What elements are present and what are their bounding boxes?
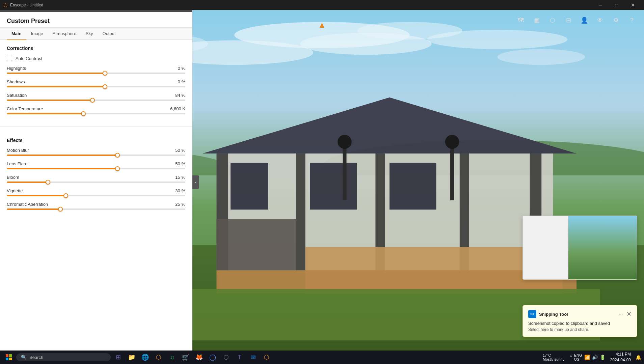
taskbar-app-edge[interactable]: 🌐 [139,351,151,363]
shadows-value: 0 % [178,79,185,84]
system-tray: ^ ENG US 📶 🔊 🔋 [570,353,605,361]
svg-rect-19 [390,163,436,210]
svg-rect-12 [296,153,305,270]
lens-flare-fill [7,168,117,169]
motion-blur-fill [7,155,117,156]
close-button[interactable]: ✕ [625,0,641,10]
taskbar-app-teams[interactable]: ⊞ [112,351,124,363]
highlights-slider-row: Highlights 0 % [7,66,185,74]
taskbar-app-files[interactable]: 📁 [126,351,138,363]
svg-rect-31 [9,354,12,357]
snipping-preview-content [523,216,637,279]
tab-output[interactable]: Output [98,28,120,40]
taskbar-app-app2[interactable]: ⬡ [261,351,273,363]
snipping-tool-icon: ✂ [528,310,536,318]
chromatic-thumb[interactable] [58,207,63,212]
weather-desc: Mostly sunny [543,357,564,361]
svg-point-4 [427,30,568,49]
panel-collapse-handle[interactable]: ‹ [192,175,199,189]
chromatic-label: Chromatic Aberration [7,202,48,207]
weather-widget[interactable]: 17°C Mostly sunny [540,353,567,361]
svg-rect-33 [9,358,12,360]
panel-content: Custom Preset Main Image Atmosphere Sky … [0,12,192,351]
color-temp-label: Color Temperature [7,106,43,111]
shadows-thumb[interactable] [103,84,107,89]
snipping-tool-notification: ✂ Snipping Tool ··· ✕ Screenshot copied … [522,305,637,337]
taskbar-app-outlook[interactable]: ✉ [247,351,259,363]
chromatic-value: 25 % [175,202,185,207]
taskbar-app-app1[interactable]: ⬡ [153,351,165,363]
motion-blur-thumb[interactable] [115,153,120,158]
preset-title: Custom Preset [7,18,185,25]
wifi-icon[interactable]: 📶 [584,355,590,360]
taskbar-app-store[interactable]: 🛒 [180,351,192,363]
svg-rect-18 [310,163,357,210]
vignette-thumb[interactable] [63,193,68,198]
vignette-track [7,195,185,196]
bloom-slider-row: Bloom 15 % [7,175,185,183]
volume-icon[interactable]: 🔊 [592,355,598,360]
saturation-thumb[interactable] [90,98,95,103]
svg-rect-22 [343,144,346,200]
tab-bar: Main Image Atmosphere Sky Output [0,28,192,40]
bloom-value: 15 % [175,175,185,180]
color-temp-thumb[interactable] [81,111,86,116]
notification-more-button[interactable]: ··· [619,311,623,317]
tab-image[interactable]: Image [26,28,48,40]
tray-expand-icon[interactable]: ^ [570,355,572,360]
taskbar-app-firefox[interactable]: 🦊 [193,351,205,363]
saturation-value: 84 % [175,93,185,98]
search-icon: 🔍 [21,355,27,360]
snipping-preview-thumbnail [522,216,637,280]
lang-label: ENG [574,353,582,357]
taskbar-app-spotify[interactable]: ♫ [166,351,178,363]
auto-contrast-label[interactable]: Auto Contrast [16,56,43,61]
bloom-track [7,181,185,183]
taskbar-search-bar[interactable]: 🔍 Search [16,353,111,361]
lens-flare-label: Lens Flare [7,161,27,166]
auto-contrast-row: Auto Contrast [7,56,185,61]
notification-sub-message[interactable]: Select here to mark up and share. [528,327,632,332]
notification-bell-icon[interactable]: 🔔 [636,355,641,360]
person-icon[interactable]: 👤 [579,15,590,26]
layers-icon[interactable]: ⊟ [563,15,574,26]
effects-section: Effects Motion Blur 50 % Lens Flare 50 % [0,132,192,221]
help-icon[interactable]: ? [626,15,637,26]
eye-icon[interactable]: 👁 [595,15,606,26]
tab-atmosphere[interactable]: Atmosphere [48,28,81,40]
motion-blur-slider-row: Motion Blur 50 % [7,148,185,156]
table-icon[interactable]: ▦ [531,15,542,26]
taskbar-right-area: 17°C Mostly sunny ^ ENG US 📶 🔊 🔋 4:11 PM… [540,352,641,363]
taskbar-app-ms-teams[interactable]: T [234,351,246,363]
saturation-label: Saturation [7,93,27,98]
system-clock[interactable]: 4:11 PM 2024-04-09 [608,352,633,363]
region-label: US [574,357,579,361]
bloom-thumb[interactable] [46,180,50,185]
svg-rect-32 [6,358,8,360]
shield-icon[interactable]: ⬡ [547,15,558,26]
saturation-slider-row: Saturation 84 % [7,93,185,101]
notification-close-button[interactable]: ✕ [626,310,632,318]
minimize-button[interactable]: ─ [593,0,608,10]
svg-point-25 [445,135,459,149]
tab-sky[interactable]: Sky [81,28,98,40]
corrections-title: Corrections [7,46,185,51]
lens-flare-thumb[interactable] [115,166,120,171]
maximize-button[interactable]: ◻ [609,0,624,10]
highlights-thumb[interactable] [103,71,107,76]
taskbar-app-chrome[interactable]: ◯ [207,351,219,363]
vignette-value: 30 % [175,188,185,193]
chromatic-track [7,208,185,210]
clock-date: 2024-04-09 [610,357,631,363]
settings-icon[interactable]: ⚙ [611,15,621,26]
viewport-arrow-indicator: ▲ [318,20,326,30]
language-icon[interactable]: ENG US [574,353,582,361]
battery-icon[interactable]: 🔋 [600,355,606,360]
saturation-track [7,100,185,101]
taskbar-app-rhino[interactable]: ⬡ [220,351,232,363]
title-bar: ⬡ Enscape - Untitled ─ ◻ ✕ [0,0,644,10]
tab-main[interactable]: Main [7,28,26,40]
map-icon[interactable]: 🗺 [515,15,526,26]
start-button[interactable] [3,351,15,363]
auto-contrast-checkbox[interactable] [7,56,12,61]
